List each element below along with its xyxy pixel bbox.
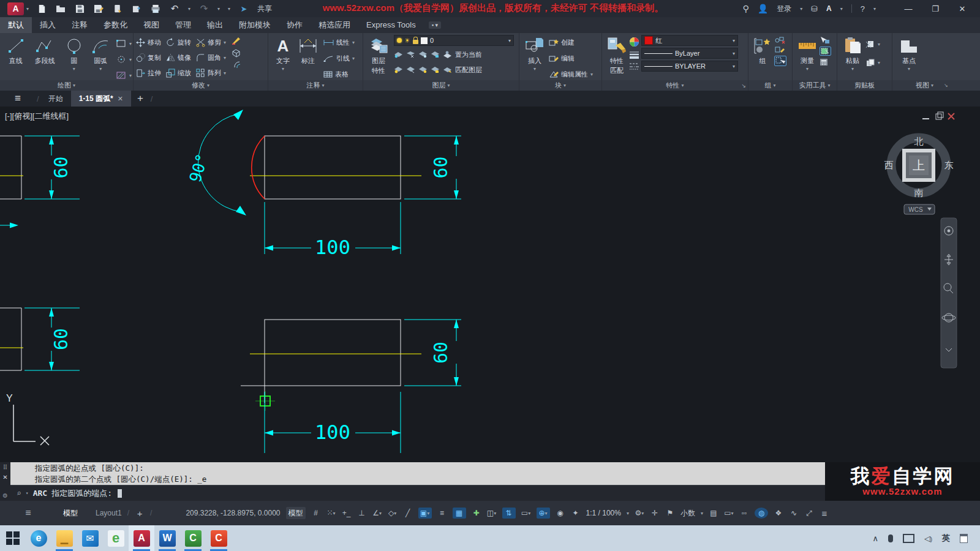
taskbar-word[interactable]: W <box>154 525 180 551</box>
measure-dropdown-icon[interactable]: ▾ <box>806 66 809 72</box>
layer-tool-4[interactable] <box>431 66 440 73</box>
explode-button[interactable] <box>231 48 241 58</box>
autodesk-app-icon[interactable]: A <box>826 4 832 13</box>
circle-button[interactable]: 圆 ▾ <box>61 35 88 72</box>
angular-dim-90[interactable]: 90° <box>186 110 246 216</box>
volume-icon[interactable]: ◁) <box>924 534 932 543</box>
linetype-combo[interactable]: BYLAYER ▾ <box>641 61 738 72</box>
layer-combo-arrow-icon[interactable]: ▾ <box>508 38 511 43</box>
new-file-icon[interactable] <box>36 4 47 13</box>
linear-dropdown-icon[interactable]: ▾ <box>352 40 355 45</box>
paste-button[interactable]: 粘贴 ▾ <box>840 35 865 72</box>
rotate-button[interactable]: 旋转 <box>166 35 191 50</box>
taskbar-camtasia[interactable]: C <box>180 525 206 551</box>
viewcube-south[interactable]: 南 <box>914 187 924 198</box>
panel-groups-expand-icon[interactable]: ▾ <box>773 83 775 88</box>
offset-button[interactable] <box>231 61 241 69</box>
panel-groups-label[interactable]: 组▾ <box>748 80 792 91</box>
ellipse-dropdown-icon[interactable]: ▾ <box>129 57 132 62</box>
model-tab[interactable]: 模型 <box>63 508 78 519</box>
rectangle-dropdown-icon[interactable]: ▾ <box>129 41 132 47</box>
app-menu-arrow-icon[interactable]: ▾ <box>26 6 29 12</box>
edit-attr-dropdown-icon[interactable]: ▾ <box>590 72 593 77</box>
file-tab-close-icon[interactable]: ✕ <box>118 95 123 103</box>
trim-button[interactable]: 修剪▾ <box>196 35 226 50</box>
layer-tool-2[interactable] <box>406 66 415 73</box>
isodraft-icon[interactable]: ✛ <box>650 508 660 519</box>
object-snap-toggle[interactable]: ▣▾ <box>418 508 432 519</box>
save-as-icon[interactable] <box>93 4 104 13</box>
bottom-rectangle-extensions[interactable] <box>241 386 265 403</box>
ungroup-button[interactable] <box>774 36 786 44</box>
layer-freeze-button[interactable] <box>418 51 428 58</box>
undo-icon[interactable]: ↶ <box>169 4 180 13</box>
block-edit-button[interactable]: 编辑 <box>549 51 593 66</box>
cut-button[interactable]: ▾ <box>865 37 880 51</box>
wcs-label[interactable]: WCS <box>908 206 923 213</box>
viewport-close-icon[interactable] <box>948 113 954 119</box>
app-dropdown-icon[interactable]: ▾ <box>840 6 843 12</box>
panel-view-expand-icon[interactable]: ▾ <box>931 83 933 88</box>
tab-express-tools[interactable]: Express Tools <box>358 17 424 33</box>
panel-modify-label[interactable]: 修改▾ <box>134 80 268 91</box>
match-layer-icon[interactable] <box>443 66 452 73</box>
tab-annotate[interactable]: 注释 <box>64 17 96 33</box>
start-button[interactable] <box>0 525 26 551</box>
ribbon-collapse-button[interactable]: ▪ ▾ <box>429 21 441 29</box>
group-selection-toggle[interactable] <box>774 56 786 66</box>
dynamic-ucs-toggle[interactable]: ⇅ <box>502 508 516 519</box>
tab-collaborate[interactable]: 协作 <box>279 17 311 33</box>
viewcube-east[interactable]: 东 <box>944 160 954 170</box>
osnap-3d-toggle[interactable]: ◫▾ <box>487 508 497 519</box>
object-color-combo[interactable]: 红 ▾ <box>641 35 738 46</box>
base-point-button[interactable]: 基点 ▾ <box>895 35 923 72</box>
make-current-icon[interactable] <box>443 51 452 58</box>
taskbar-edge[interactable]: e <box>26 525 51 551</box>
array-dropdown-icon[interactable]: ▾ <box>224 70 226 76</box>
annotation-monitor-icon[interactable]: ⚑ <box>665 508 675 519</box>
polar-tracking-toggle[interactable]: ∠▾ <box>372 508 382 519</box>
hardware-accel-icon[interactable]: ❖ <box>774 508 783 519</box>
dim-text-100-bottom[interactable]: 100 <box>315 421 350 444</box>
group-button[interactable]: 组 <box>751 35 774 66</box>
circle-dropdown-icon[interactable]: ▾ <box>73 66 75 72</box>
tab-home[interactable]: 默认 <box>0 17 32 33</box>
app-menu-button[interactable]: A <box>7 2 24 15</box>
undo-dropdown-icon[interactable]: ▾ <box>188 6 190 12</box>
restore-button[interactable]: ❐ <box>926 4 944 13</box>
new-layout-button[interactable]: + <box>135 508 145 519</box>
export-icon[interactable] <box>131 4 142 13</box>
store-cart-icon[interactable]: ⛁ <box>811 4 818 13</box>
model-space[interactable]: [-][俯视][二维线框] 60 <box>0 107 980 462</box>
panel-properties-label[interactable]: 特性▾ <box>602 80 748 91</box>
left-top-dim-stub[interactable] <box>0 223 18 228</box>
leader-dropdown-icon[interactable]: ▾ <box>352 56 355 61</box>
viewcube-top-label[interactable]: 上 <box>913 159 925 172</box>
layer-tool-3[interactable] <box>418 66 428 73</box>
command-tools-icon[interactable]: ⚙ <box>2 492 8 499</box>
graphics-squares-icon[interactable]: ▫▫ <box>739 508 749 519</box>
dim-text-90[interactable]: 90° <box>186 152 211 185</box>
tab-featured-apps[interactable]: 精选应用 <box>311 17 358 33</box>
qat-customize-icon[interactable]: ▾ <box>228 6 230 12</box>
search-icon[interactable]: ⚲ <box>742 4 748 13</box>
left-bottom-figure[interactable] <box>0 308 21 370</box>
copy-button[interactable]: 复制 <box>136 50 161 65</box>
selection-filter-toggle[interactable]: ▭▾ <box>521 508 531 519</box>
measure-button[interactable]: 测量 ▾ <box>795 35 820 72</box>
fillet-button[interactable]: 圆角▾ <box>196 50 226 65</box>
hatch-dropdown-icon[interactable]: ▾ <box>129 73 132 78</box>
left-top-figure[interactable] <box>0 136 21 199</box>
dim-text-60-left-bottom[interactable]: 60 <box>50 328 72 350</box>
mirror-button[interactable]: 镜像 <box>166 50 191 65</box>
layout1-tab[interactable]: Layout1 <box>96 509 122 517</box>
block-edit-attr-button[interactable]: 编辑属性▾ <box>549 67 593 81</box>
file-tab-start[interactable]: 开始 <box>40 91 71 107</box>
trim-dropdown-icon[interactable]: ▾ <box>224 40 226 45</box>
leader-button[interactable]: 引线▾ <box>323 51 355 66</box>
panel-block-label[interactable]: 块▾ <box>519 80 601 91</box>
dim-text-60-bottom[interactable]: 60 <box>430 342 451 364</box>
curve-display-icon[interactable]: ∿ <box>789 508 799 519</box>
panel-block-expand-icon[interactable]: ▾ <box>564 83 566 88</box>
dim-text-60-top[interactable]: 60 <box>430 156 451 178</box>
